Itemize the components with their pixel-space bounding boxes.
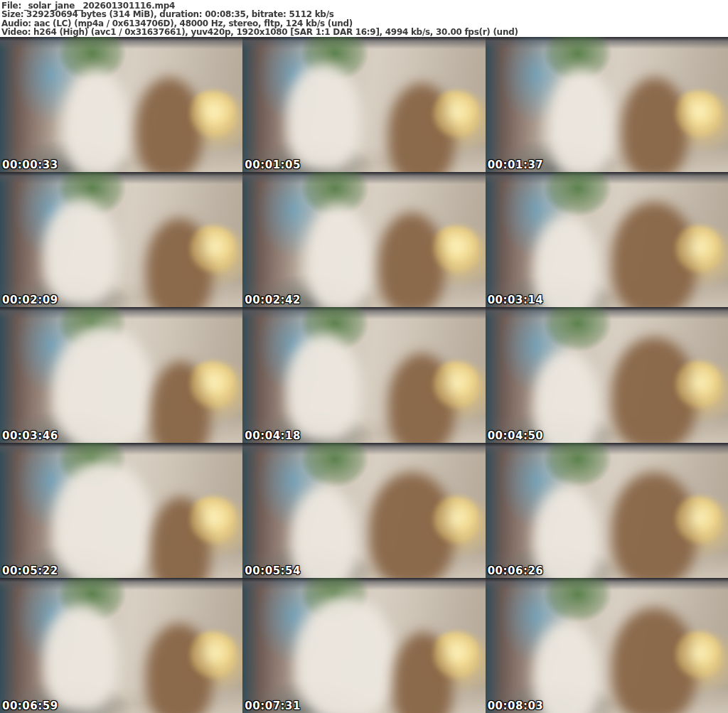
- video-frame-placeholder: [242, 443, 485, 578]
- video-frame-placeholder: [486, 37, 728, 172]
- video-thumbnail: 00:07:31: [242, 578, 485, 713]
- video-thumbnail: 00:02:09: [0, 172, 242, 307]
- video-frame-placeholder: [242, 37, 485, 172]
- video-frame-placeholder: [242, 172, 485, 307]
- fairy-lights-glow: [432, 629, 482, 679]
- video-thumbnail: 00:03:46: [0, 307, 242, 442]
- timestamp-overlay: 00:06:26: [488, 564, 544, 577]
- timestamp-overlay: 00:06:59: [2, 699, 58, 712]
- timestamp-overlay: 00:02:42: [245, 294, 301, 306]
- video-thumbnail: 00:05:54: [242, 443, 485, 578]
- timestamp-overlay: 00:04:18: [245, 429, 301, 442]
- fairy-lights-glow: [189, 629, 239, 679]
- video-thumbnail: 00:08:03: [486, 578, 728, 713]
- video-frame-placeholder: [486, 172, 728, 307]
- fairy-lights-glow: [675, 223, 724, 273]
- video-thumbnail: 00:06:26: [486, 443, 728, 578]
- thumbnail-grid: 00:00:33 00:01:05 00:01:37 00:02:09 00:0…: [0, 37, 728, 713]
- white-robe-shape: [534, 350, 599, 442]
- fairy-lights-glow: [675, 494, 724, 544]
- fairy-lights-glow: [432, 223, 482, 273]
- video-frame-placeholder: [486, 578, 728, 713]
- video-frame-placeholder: [0, 172, 242, 307]
- video-frame-placeholder: [486, 443, 728, 578]
- timestamp-overlay: 00:03:14: [488, 294, 544, 306]
- video-thumbnail: 00:02:42: [242, 172, 485, 307]
- video-thumbnail: 00:04:18: [242, 307, 485, 442]
- fairy-lights-glow: [189, 359, 239, 409]
- video-thumbnail: 00:00:33: [0, 37, 242, 172]
- video-thumbnail: 00:05:22: [0, 443, 242, 578]
- timestamp-overlay: 00:05:54: [245, 564, 301, 577]
- white-robe-shape: [534, 621, 599, 713]
- white-robe-shape: [306, 205, 371, 308]
- timestamp-overlay: 00:05:22: [2, 564, 58, 577]
- timestamp-overlay: 00:02:09: [2, 294, 58, 306]
- white-robe-shape: [53, 461, 153, 578]
- media-info-header: File:_solar_jane__202601301116.mp4 Size:…: [0, 0, 728, 37]
- fairy-lights-glow: [189, 494, 239, 544]
- fairy-lights-glow: [675, 88, 724, 138]
- video-thumbnail: 00:03:14: [486, 172, 728, 307]
- video-frame-placeholder: [0, 307, 242, 442]
- video-frame-placeholder: [486, 307, 728, 442]
- timestamp-overlay: 00:08:03: [488, 699, 544, 712]
- fairy-lights-glow: [675, 629, 724, 679]
- video-value: h264 (High) (avc1 / 0x31637661), yuv420p…: [33, 26, 518, 37]
- white-robe-shape: [534, 215, 599, 307]
- video-thumbnail: 00:01:05: [242, 37, 485, 172]
- white-robe-shape: [296, 596, 395, 713]
- video-frame-placeholder: [0, 37, 242, 172]
- timestamp-overlay: 00:01:37: [488, 159, 544, 171]
- white-robe-shape: [53, 326, 153, 443]
- video-frame-placeholder: [242, 307, 485, 442]
- white-robe-shape: [63, 70, 129, 173]
- fairy-lights-glow: [432, 88, 482, 138]
- fairy-lights-glow: [189, 88, 239, 138]
- white-robe-shape: [291, 486, 357, 577]
- white-robe-shape: [287, 334, 360, 441]
- video-label: Video:: [1, 26, 31, 37]
- video-thumbnail: 00:01:37: [486, 37, 728, 172]
- timestamp-overlay: 00:07:31: [245, 699, 301, 712]
- video-line: Video:h264 (High) (avc1 / 0x31637661), y…: [1, 28, 699, 36]
- timestamp-overlay: 00:01:05: [245, 159, 301, 171]
- fairy-lights-glow: [675, 359, 724, 409]
- video-frame-placeholder: [0, 443, 242, 578]
- white-robe-shape: [548, 70, 614, 173]
- video-thumbnail: 00:04:50: [486, 307, 728, 442]
- fairy-lights-glow: [432, 494, 482, 544]
- timestamp-overlay: 00:03:46: [2, 429, 58, 442]
- video-frame-placeholder: [242, 578, 485, 713]
- fairy-lights-glow: [189, 223, 239, 273]
- fairy-lights-glow: [432, 359, 482, 409]
- white-robe-shape: [287, 64, 360, 171]
- video-frame-placeholder: [0, 578, 242, 713]
- timestamp-overlay: 00:04:50: [488, 429, 544, 442]
- white-robe-shape: [43, 605, 117, 712]
- white-robe-shape: [43, 199, 117, 306]
- timestamp-overlay: 00:00:33: [2, 159, 58, 171]
- white-robe-shape: [534, 486, 599, 577]
- video-thumbnail: 00:06:59: [0, 578, 242, 713]
